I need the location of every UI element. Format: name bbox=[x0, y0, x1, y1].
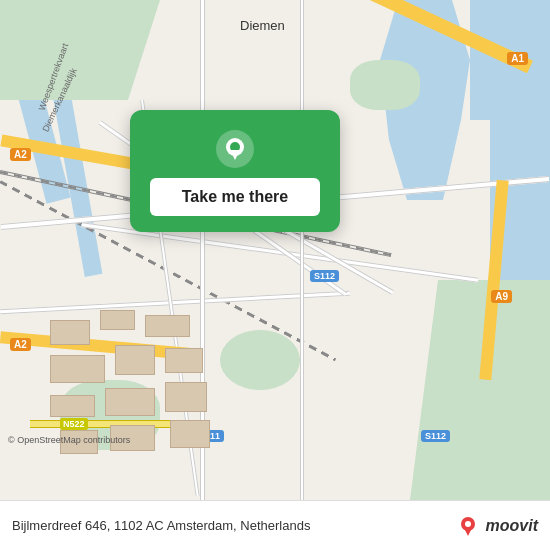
osm-credit: © OpenStreetMap contributors bbox=[8, 435, 130, 445]
road-vertical-2 bbox=[300, 0, 304, 500]
moovit-pin-icon bbox=[456, 514, 480, 538]
road-s112-label-2: S112 bbox=[421, 430, 450, 442]
road-s112-label-1: S112 bbox=[310, 270, 339, 282]
city-blocks bbox=[50, 310, 250, 490]
moovit-brand-name: moovit bbox=[486, 517, 538, 535]
highway-a2-label-bottom: A2 bbox=[10, 338, 31, 351]
place-label-diemen: Diemen bbox=[240, 18, 285, 33]
address-label: Bijlmerdreef 646, 1102 AC Amsterdam, Net… bbox=[12, 518, 310, 533]
location-pin-icon bbox=[216, 130, 254, 168]
highway-a1-label: A1 bbox=[507, 52, 528, 65]
green-area-5 bbox=[350, 60, 420, 110]
highway-a9-label: A9 bbox=[491, 290, 512, 303]
map-container: A1 A2 A2 A9 N522 S111 S112 S112 Diemen W… bbox=[0, 0, 550, 500]
take-me-there-button[interactable]: Take me there bbox=[150, 178, 320, 216]
bottom-bar: Bijlmerdreef 646, 1102 AC Amsterdam, Net… bbox=[0, 500, 550, 550]
highway-a2-label-top: A2 bbox=[10, 148, 31, 161]
cta-card: Take me there bbox=[130, 110, 340, 232]
moovit-logo: moovit bbox=[456, 514, 538, 538]
svg-point-5 bbox=[465, 521, 471, 527]
svg-marker-6 bbox=[464, 528, 472, 536]
